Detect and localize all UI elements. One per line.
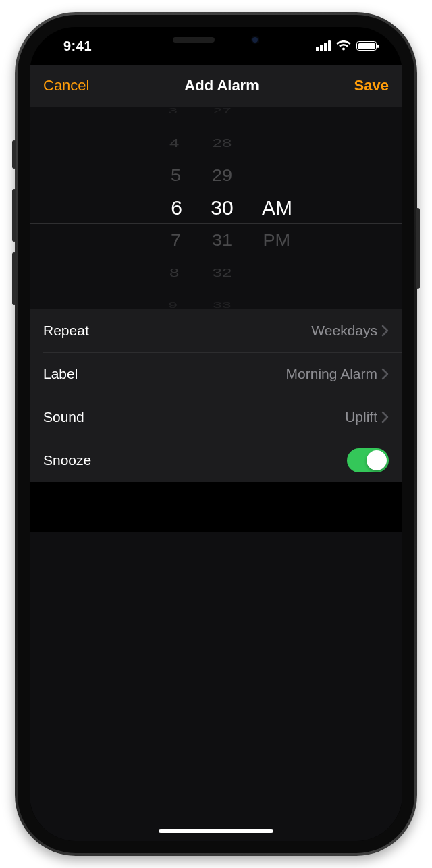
picker-option: 27 <box>187 107 257 117</box>
picker-option: 9 <box>107 298 178 309</box>
row-label: Sound <box>43 409 84 425</box>
picker-option: 29 <box>184 161 261 189</box>
chevron-right-icon <box>381 325 389 337</box>
volume-down-button[interactable] <box>12 252 16 305</box>
snooze-row: Snooze <box>30 439 402 482</box>
nav-bar: Cancel Add Alarm Save <box>30 65 402 107</box>
picker-option: 31 <box>184 226 261 254</box>
picker-option: PM <box>263 226 329 254</box>
row-label: Snooze <box>43 452 91 468</box>
minute-wheel[interactable]: 27 28 29 30 31 32 33 <box>182 107 262 309</box>
row-value: Uplift <box>345 409 377 425</box>
nav-title: Add Alarm <box>184 77 259 94</box>
picker-option: 3 <box>107 107 178 117</box>
status-icons <box>316 40 381 51</box>
sound-row[interactable]: Sound Uplift <box>30 396 402 439</box>
save-button[interactable]: Save <box>354 77 389 94</box>
front-camera <box>251 36 259 44</box>
row-label: Label <box>43 366 78 382</box>
wifi-icon <box>336 40 351 51</box>
notch <box>138 27 294 53</box>
picker-option: 8 <box>106 263 180 283</box>
content-background <box>30 532 402 841</box>
volume-up-button[interactable] <box>12 189 16 242</box>
battery-icon <box>356 41 377 51</box>
row-label: Repeat <box>43 323 89 339</box>
row-value: Weekdays <box>311 323 377 339</box>
label-row[interactable]: Label Morning Alarm <box>30 352 402 396</box>
picker-option-selected: 6 <box>103 192 182 224</box>
picker-option-selected: 30 <box>182 192 262 224</box>
chevron-right-icon <box>381 368 389 380</box>
picker-option: 5 <box>104 161 181 189</box>
power-button[interactable] <box>416 208 420 289</box>
picker-option: 28 <box>186 133 259 153</box>
status-time: 9:41 <box>51 38 92 54</box>
repeat-row[interactable]: Repeat Weekdays <box>30 309 402 352</box>
picker-option: 33 <box>187 298 257 309</box>
picker-option: 4 <box>106 133 180 153</box>
picker-option: 32 <box>186 263 259 283</box>
time-picker: 3 4 5 6 7 8 9 27 28 29 30 31 32 33 <box>30 107 402 309</box>
earpiece-speaker <box>173 37 215 43</box>
home-indicator[interactable] <box>159 829 273 833</box>
hour-wheel[interactable]: 3 4 5 6 7 8 9 <box>103 107 182 309</box>
screen: 9:41 Cancel Add Alarm Save 3 4 5 <box>30 27 402 841</box>
cancel-button[interactable]: Cancel <box>43 77 89 94</box>
snooze-toggle[interactable] <box>347 448 389 472</box>
chevron-right-icon <box>381 411 389 423</box>
row-value: Morning Alarm <box>286 366 377 382</box>
picker-option-selected: AM <box>262 192 329 224</box>
iphone-frame: 9:41 Cancel Add Alarm Save 3 4 5 <box>15 12 417 856</box>
cellular-signal-icon <box>316 40 331 51</box>
mute-switch[interactable] <box>12 140 16 169</box>
picker-option: 7 <box>104 226 181 254</box>
settings-list: Repeat Weekdays Label Morning Alarm Soun… <box>30 309 402 482</box>
period-wheel[interactable]: . . . AM PM . . <box>262 107 329 309</box>
